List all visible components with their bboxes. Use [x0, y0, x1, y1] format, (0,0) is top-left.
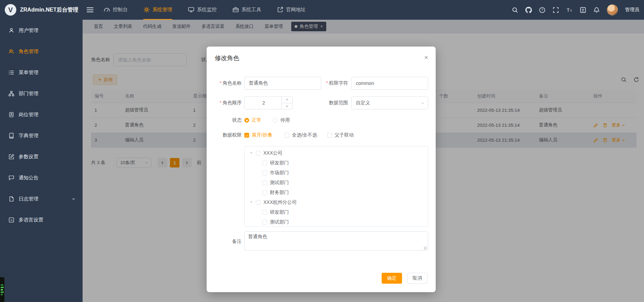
top-bar-actions: ? TT 文 管理员 [512, 4, 639, 15]
tree-node-label: 市场部门 [270, 170, 289, 176]
tree-node[interactable]: 测试部门 [245, 217, 428, 227]
nav-label: 系统管理 [153, 6, 172, 13]
sidebar-item-notices[interactable]: 通知公告 [0, 167, 83, 188]
search-icon[interactable] [512, 7, 518, 13]
sidebar-item-logs[interactable]: 日志管理 [0, 188, 83, 209]
sidebar-item-roles[interactable]: 角色管理 [0, 41, 83, 62]
edit-role-dialog: 修改角色 × *角色名称 *权限字符 *角色顺序 数据范围 [207, 47, 436, 292]
remark-textarea[interactable]: 普通角色 [244, 231, 428, 251]
sidebar: 用户管理 角色管理 菜单管理 部门管理 岗位管理 字典管理 参数设置 通知公告 [0, 20, 83, 302]
sidebar-item-label: 部门管理 [19, 90, 38, 97]
fullscreen-icon[interactable] [553, 7, 559, 13]
caret-down-icon[interactable] [249, 200, 253, 204]
sidebar-item-departments[interactable]: 部门管理 [0, 83, 83, 104]
form-row-remark: 备注 普通角色 [207, 231, 436, 252]
edit-icon [8, 154, 14, 160]
svg-text:T: T [570, 8, 572, 12]
chevron-down-icon [71, 197, 76, 201]
tree-node-label: XXX公司 [263, 150, 282, 156]
nav-system-monitor[interactable]: 系统监控 [188, 0, 217, 20]
nav-system-mgmt[interactable]: 系统管理 [143, 0, 172, 20]
tree-checkbox[interactable] [256, 200, 261, 205]
role-name-input[interactable] [244, 77, 321, 90]
tree-node[interactable]: 研发部门 [245, 207, 428, 217]
nav-label: 系统监控 [197, 6, 217, 13]
chevron-down-icon [420, 101, 425, 105]
user-icon [8, 28, 14, 33]
sidebar-item-i18n[interactable]: A 多语言设置 [0, 209, 83, 230]
nav-console[interactable]: 控制台 [104, 0, 128, 20]
select-all-checkbox[interactable]: 全选/全不选 [284, 132, 317, 138]
language-switch-icon[interactable]: 文 [580, 7, 586, 13]
bell-icon[interactable] [593, 7, 600, 13]
sidebar-item-label: 多语言设置 [19, 217, 43, 223]
parent-child-link-checkbox[interactable]: 父子联动 [327, 132, 354, 138]
tree-node[interactable]: 市场部门 [245, 168, 428, 178]
form-row-name-perm: *角色名称 *权限字符 [207, 77, 436, 90]
stepper-up-icon[interactable] [282, 97, 292, 103]
tree-node[interactable]: 财务部门 [245, 188, 428, 197]
confirm-button[interactable]: 确定 [382, 273, 402, 284]
tree-node[interactable]: XXX杭州分公司 [245, 197, 428, 207]
sidebar-item-label: 用户管理 [19, 27, 38, 34]
github-icon[interactable] [525, 7, 532, 13]
nav-official-site[interactable]: 官网地址 [277, 0, 306, 20]
help-icon[interactable]: ? [539, 7, 545, 13]
sidebar-item-parameters[interactable]: 参数设置 [0, 146, 83, 167]
gauge-icon [104, 6, 110, 13]
user-name[interactable]: 管理员 [625, 7, 639, 13]
required-mark: * [220, 80, 222, 86]
status-radio-disabled[interactable]: 停用 [273, 117, 290, 123]
top-nav: 控制台 系统管理 系统监控 系统工具 官网地址 [104, 0, 306, 20]
tree-checkbox[interactable] [256, 151, 261, 156]
checkbox-label: 展开/折叠 [252, 132, 272, 138]
svg-text:文: 文 [581, 8, 585, 12]
data-scope-value: 自定义 [356, 100, 370, 106]
sidebar-item-menus[interactable]: 菜单管理 [0, 62, 83, 83]
tree-checkbox[interactable] [262, 180, 267, 185]
sidebar-item-posts[interactable]: 岗位管理 [0, 104, 83, 125]
chat-bubble-icon [8, 175, 14, 181]
tree-node-label: 财务部门 [270, 190, 289, 196]
tree-node-label: 测试部门 [270, 219, 289, 225]
sidebar-item-label: 岗位管理 [19, 111, 38, 118]
tree-checkbox[interactable] [262, 171, 267, 175]
user-avatar[interactable] [607, 4, 618, 15]
tree-node-label: 测试部门 [270, 180, 289, 186]
nav-system-tools[interactable]: 系统工具 [232, 0, 261, 20]
cancel-button[interactable]: 取消 [407, 273, 428, 284]
data-scope-label: 数据范围 [293, 100, 351, 106]
perm-char-input[interactable] [351, 77, 428, 90]
sidebar-item-users[interactable]: 用户管理 [0, 20, 83, 41]
tree-node[interactable]: 测试部门 [245, 178, 428, 188]
badge-icon [8, 112, 14, 118]
tree-node[interactable]: XXX公司 [245, 148, 428, 158]
menu-list-icon [8, 70, 14, 75]
checkbox-label: 全选/全不选 [292, 132, 317, 138]
close-icon[interactable]: × [424, 54, 428, 61]
external-link-icon [277, 6, 283, 13]
tree-node[interactable]: 研发部门 [245, 158, 428, 168]
tree-checkbox[interactable] [262, 210, 267, 215]
data-scope-select[interactable]: 自定义 [351, 96, 428, 109]
status-label: 状态 [207, 117, 244, 123]
caret-down-icon[interactable] [249, 151, 253, 155]
status-radio-normal[interactable]: 正常 [244, 117, 261, 123]
language-square-icon: A [8, 217, 14, 223]
checkbox-unchecked-icon [327, 133, 332, 138]
tree-checkbox[interactable] [262, 161, 267, 165]
nav-label: 官网地址 [286, 6, 306, 13]
dialog-body: *角色名称 *权限字符 *角色顺序 数据范围 自定义 [207, 63, 436, 252]
stepper-down-icon[interactable] [282, 103, 292, 109]
required-mark: * [326, 80, 328, 86]
sidebar-item-label: 角色管理 [19, 48, 38, 55]
checkbox-label: 父子联动 [335, 132, 354, 138]
sidebar-toggle-hamburger-icon[interactable] [87, 7, 93, 12]
expand-collapse-checkbox[interactable]: 展开/折叠 [244, 132, 272, 138]
monitor-icon [188, 6, 194, 13]
sidebar-item-dictionary[interactable]: 字典管理 [0, 125, 83, 146]
font-size-icon[interactable]: TT [566, 7, 573, 13]
tree-checkbox[interactable] [262, 220, 267, 225]
app-screen: V ZRAdmin.NET后台管理 控制台 系统管理 系统监控 [0, 0, 644, 302]
tree-checkbox[interactable] [262, 190, 267, 195]
